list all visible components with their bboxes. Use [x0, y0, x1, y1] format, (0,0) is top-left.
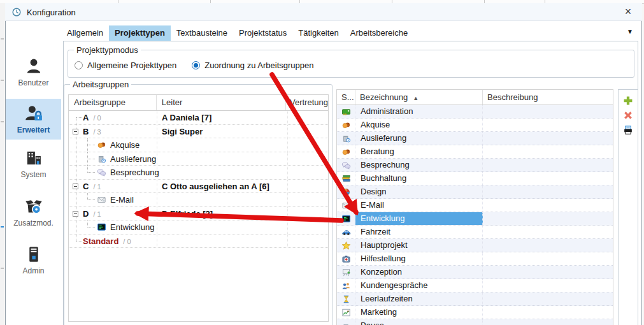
hourglass-icon	[341, 294, 351, 304]
column-header-arbeitsgruppe[interactable]: Arbeitsgruppe	[69, 95, 157, 110]
leiter-cell	[157, 138, 288, 152]
radio-allgemeine-projekttypen[interactable]: Allgemeine Projekttypen	[75, 61, 176, 70]
building-icon	[24, 148, 43, 168]
projekttyp-row-administration[interactable]: Administration	[337, 105, 613, 119]
column-header-s[interactable]: S...	[337, 90, 355, 105]
arbeitsgruppe-cell: Besprechung	[69, 166, 157, 179]
projekttyp-row-buchhaltung[interactable]: Buchhaltung	[337, 172, 613, 185]
radio-zuordnung-zu-arbeitsgruppen[interactable]: Zuordnung zu Arbeitsgruppen	[192, 61, 313, 70]
projekttyp-row-besprechung[interactable]: Besprechung	[337, 159, 613, 172]
close-button[interactable]: ×	[618, 4, 638, 19]
arbeitsgruppe-cell: Auslieferung	[69, 152, 157, 166]
arbeitsgruppe-name: B/ 3	[83, 127, 101, 136]
sidebar-item-zusatzmod[interactable]: Zusatzmod.	[6, 192, 61, 233]
projekttyp-node-entwicklung[interactable]: Entwicklung	[69, 220, 328, 235]
projekttyp-row-beratung[interactable]: Beratung	[337, 145, 613, 159]
projekttyp-name: Besprechung	[110, 168, 159, 177]
beschreibung-cell	[483, 279, 613, 292]
vertretung-cell	[288, 125, 328, 138]
tab-arbeitsbereiche[interactable]: Arbeitsbereiche	[345, 25, 413, 41]
sidebar-item-erweitert[interactable]: Erweitert	[6, 99, 61, 140]
user-icon	[24, 57, 43, 76]
leiter-cell	[157, 193, 288, 206]
table-action-buttons	[618, 89, 638, 325]
tree-collapse-toggle[interactable]	[73, 184, 78, 189]
bezeichnung-cell: Leerlaufzeiten	[355, 292, 483, 305]
projekttyp-row-akquise[interactable]: Akquise	[337, 119, 613, 132]
vertretung-cell	[288, 193, 328, 206]
tree-connector	[76, 117, 82, 118]
print-button[interactable]	[622, 124, 634, 136]
projekttyp-row-leerlaufzeiten[interactable]: Leerlaufzeiten	[337, 292, 613, 306]
vertretung-cell	[288, 166, 328, 179]
sidebar-item-admin[interactable]: Admin	[6, 240, 61, 280]
arbeitsgruppe-row-c[interactable]: C/ 1C Otto ausgeliehen an A [6]	[69, 180, 328, 194]
projekttyp-row-konzeption[interactable]: Konzeption	[337, 266, 613, 279]
arbeitsgruppe-cell: Entwicklung	[69, 220, 157, 234]
arbeitsgruppe-row-b[interactable]: B/ 3Sigi Super	[69, 125, 328, 139]
column-header-vertretung[interactable]: Vertretung	[286, 95, 328, 110]
tab-allgemein[interactable]: Allgemein	[61, 25, 109, 41]
vertretung-cell	[288, 138, 328, 152]
arbeitsgruppe-row-d[interactable]: D/ 1D Elfriede [2]	[69, 207, 328, 221]
projekttyp-row-design[interactable]: Design	[337, 185, 613, 199]
bezeichnung-cell: Hilfestellung	[355, 252, 483, 265]
sidebar-item-label: Erweitert	[17, 126, 50, 134]
projekttyp-name: Auslieferung	[110, 154, 156, 164]
projekttypen-table-header: S...Bezeichnung▲Beschreibung	[337, 90, 613, 105]
colorwheel-icon	[341, 187, 351, 197]
tab-textbausteine[interactable]: Textbausteine	[171, 25, 233, 41]
printer-icon	[622, 124, 634, 136]
bezeichnung-cell: Marketing	[355, 306, 483, 319]
projekttyp-row-hauptprojekt[interactable]: Hauptprojekt	[337, 239, 613, 252]
bezeichnung-cell: Pause	[355, 319, 483, 325]
radio-label: Allgemeine Projekttypen	[87, 61, 176, 70]
bezeichnung-cell: Entwicklung	[355, 212, 483, 225]
arbeitsgruppe-name: C/ 1	[83, 182, 101, 191]
tab-t-tigkeiten[interactable]: Tätigkeiten	[292, 25, 345, 41]
sidebar-item-system[interactable]: System	[6, 143, 61, 184]
beschreibung-cell	[483, 185, 613, 198]
projekttyp-node-auslieferung[interactable]: Auslieferung	[69, 152, 328, 166]
projekttyp-row-e-mail[interactable]: E-Mail	[337, 199, 613, 212]
projekttyp-row-fahrzeit[interactable]: Fahrzeit	[337, 226, 613, 239]
arbeitsgruppe-row-standard[interactable]: Standard/ 0	[69, 235, 328, 249]
projekttyp-row-auslieferung[interactable]: Auslieferung	[337, 132, 613, 145]
window-title: Konfiguration	[27, 8, 76, 17]
tree-connector	[87, 227, 95, 227]
delete-button[interactable]	[622, 109, 634, 122]
add-button[interactable]	[622, 94, 634, 107]
tab-projektstatus[interactable]: Projektstatus	[233, 25, 292, 41]
symbol-cell	[337, 159, 355, 171]
bezeichnung-cell: Design	[355, 185, 483, 198]
projekttyp-row-hilfestellung[interactable]: Hilfestellung	[337, 252, 613, 266]
projekttypen-table: S...Bezeichnung▲Beschreibung Administrat…	[336, 89, 613, 325]
xmark-icon	[622, 110, 634, 121]
column-header-leiter[interactable]: Leiter	[157, 95, 286, 110]
column-header-beschreibung[interactable]: Beschreibung	[483, 90, 613, 105]
sort-asc-icon: ▲	[413, 95, 419, 101]
chart-icon	[341, 308, 351, 317]
projekttyp-node-akquise[interactable]: Akquise	[69, 138, 328, 152]
projekttyp-row-marketing[interactable]: Marketing	[337, 306, 613, 319]
symbol-cell	[337, 132, 355, 145]
beschreibung-cell	[483, 319, 613, 325]
tab-projekttypen[interactable]: Projekttypen	[109, 25, 171, 41]
projekttyp-row-entwicklung[interactable]: Entwicklung	[337, 212, 613, 226]
beschreibung-cell	[483, 292, 613, 305]
tab-overflow-chevron-down-icon[interactable]: ▼	[627, 28, 633, 35]
tree-collapse-toggle[interactable]	[73, 211, 78, 217]
column-header-bezeichnung[interactable]: Bezeichnung▲	[355, 90, 483, 105]
sidebar-item-benutzer[interactable]: Benutzer	[6, 52, 61, 92]
arbeitsgruppe-row-a[interactable]: A/ 0A Daniela [7]	[69, 111, 328, 125]
clock-app-icon	[11, 7, 22, 17]
arbeitsgruppe-count: / 1	[93, 210, 101, 218]
arbeitsgruppen-table: ArbeitsgruppeLeiterVertretung A/ 0A Dani…	[68, 94, 329, 322]
projekttyp-node-e-mail[interactable]: E-Mail	[69, 193, 328, 207]
chat-icon	[97, 168, 106, 177]
tree-collapse-toggle[interactable]	[73, 129, 78, 134]
projekttyp-row-kundengespr-che[interactable]: Kundengespräche	[337, 279, 613, 292]
projekttyp-node-besprechung[interactable]: Besprechung	[69, 166, 328, 180]
symbol-cell	[337, 239, 355, 252]
projekttyp-row-pause[interactable]: Pause	[337, 319, 613, 325]
